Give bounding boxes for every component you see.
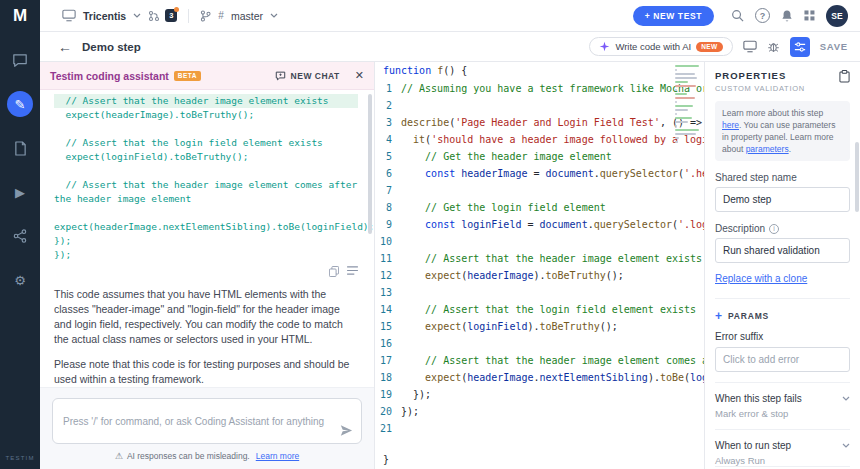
sidebar-item-runs[interactable]: ▶ [7,179,33,205]
code-editor[interactable]: function f() { 1// Assuming you have a t… [375,62,705,469]
sidebar-item-share[interactable] [7,223,33,249]
code-line: 7 [375,182,704,199]
pending-changes-badge[interactable]: 3 [165,9,177,22]
shared-step-name-input[interactable] [715,187,850,212]
parameters-link[interactable]: parameters [746,144,789,154]
description-input[interactable] [715,238,850,263]
gear-icon: ⚙ [14,273,26,288]
sidebar-item-editor[interactable]: ✎ [7,91,33,117]
line-number: 5 [375,148,401,165]
editor-close-line: } [375,451,704,469]
line-number: 9 [375,216,401,233]
properties-scrollbar[interactable] [855,142,859,212]
properties-panel-toggle-button[interactable] [790,37,810,57]
assistant-prompt-input[interactable] [53,399,361,443]
play-icon: ▶ [15,185,25,200]
app-window: M ✎ ▶ ⚙ [0,0,860,469]
chat-code-line: // Assert that the login field element e… [54,136,358,150]
app-sidebar: M ✎ ▶ ⚙ [0,0,40,469]
line-number: 13 [375,284,401,301]
line-number: 11 [375,250,401,267]
code-line: 3describe('Page Header and Login Field T… [375,114,704,131]
chevron-down-icon[interactable] [133,13,141,18]
editor-minimap[interactable] [675,65,701,143]
line-number: 17 [375,352,401,369]
line-number: 2 [375,97,401,114]
learn-more-link[interactable]: Learn more [256,451,299,461]
line-number: 8 [375,199,401,216]
here-link[interactable]: here [722,120,739,130]
testim-logo[interactable]: M [0,0,40,32]
pull-request-icon[interactable] [148,10,160,22]
close-icon[interactable]: ✕ [355,69,364,82]
line-number: 18 [375,369,401,386]
code-line: 15 expect(loginField).toBeTruthy(); [375,318,704,335]
run-step-value[interactable]: Always Run [715,455,850,466]
notifications-bell-icon[interactable] [781,9,793,23]
branch-selector[interactable]: master [231,10,263,22]
line-number: 10 [375,233,401,250]
step-fails-value[interactable]: Mark error & stop [715,408,850,419]
assistant-message-area[interactable]: // Assert that the header image element … [40,90,374,387]
code-line: 20}); [375,403,704,420]
pencil-icon: ✎ [15,97,26,112]
chat-code-line: }); [54,248,358,262]
replace-with-clone-link[interactable]: Replace with a clone [715,273,807,284]
chevron-down-icon [842,443,850,448]
clipboard-icon[interactable] [839,70,850,83]
new-test-button[interactable]: + NEW TEST [633,6,714,26]
line-number: 16 [375,335,401,352]
search-icon[interactable] [731,9,744,22]
sliders-icon [794,41,806,53]
sparkle-icon [599,41,610,52]
step-info-box: Learn more about this step here. You can… [715,101,850,161]
chevron-down-icon[interactable] [270,13,278,18]
code-line: 8 // Get the login field element [375,199,704,216]
params-section-toggle[interactable]: + PARAMS [715,298,850,321]
chat-code-line: expect(headerImage.nextElementSibling).t… [54,206,358,234]
coding-assistant-panel: Testim coding assistant BETA NEW CHAT ✕ … [40,62,375,469]
ai-button-label: Write code with AI [615,41,691,52]
properties-panel: PROPERTIES CUSTOM VALIDATION Learn more … [705,62,860,469]
line-number: 1 [375,80,401,97]
chat-code-line: // Assert that the header image element … [54,94,358,108]
code-line: 19 }); [375,386,704,403]
back-arrow-icon[interactable]: ← [58,39,72,55]
debug-bug-icon[interactable] [767,40,780,53]
screen-preview-icon[interactable] [743,40,757,53]
code-line: 6 const headerImage = document.querySele… [375,165,704,182]
project-selector[interactable]: Tricentis [83,10,126,22]
line-number: 3 [375,114,401,131]
insert-code-icon[interactable] [347,266,358,277]
chat-code-line [54,122,358,136]
code-line: 12 expect(headerImage).toBeTruthy(); [375,267,704,284]
chat-code-line: expect(headerImage).toBeTruthy(); [54,108,358,122]
send-icon[interactable] [339,424,353,437]
sidebar-item-settings[interactable]: ⚙ [7,267,33,293]
info-text: . [789,144,791,154]
error-suffix-input[interactable] [715,347,850,372]
step-fails-toggle[interactable]: When this step fails [715,393,850,404]
new-chat-button[interactable]: NEW CHAT [275,71,340,81]
sidebar-item-chat[interactable] [7,47,33,73]
sidebar-item-documents[interactable] [7,135,33,161]
params-label: PARAMS [728,311,769,321]
shared-step-name-label: Shared step name [715,172,850,183]
apps-grid-icon[interactable] [804,10,815,21]
chat-scrollbar[interactable] [368,94,372,234]
save-button[interactable]: SAVE [820,41,848,52]
chat-code-block: // Assert that the header image element … [54,94,358,262]
chat-code-line: }); [54,234,358,248]
branch-icon [200,10,211,22]
run-step-toggle[interactable]: When to run step [715,440,850,451]
copy-code-icon[interactable] [329,266,339,277]
write-code-with-ai-button[interactable]: Write code with AI NEW [589,37,732,56]
user-avatar[interactable]: SE [826,5,848,27]
assistant-disclaimer: ⚠ AI responses can be misleading. Learn … [52,444,362,469]
monitor-icon [62,9,76,22]
testim-wordmark: TESTIM [5,455,34,469]
code-line: 17 // Assert that the header image eleme… [375,352,704,369]
help-icon[interactable]: ? [755,8,770,23]
code-line: 14 // Assert that the login field elemen… [375,301,704,318]
code-line: 4 it('should have a header image followe… [375,131,704,148]
